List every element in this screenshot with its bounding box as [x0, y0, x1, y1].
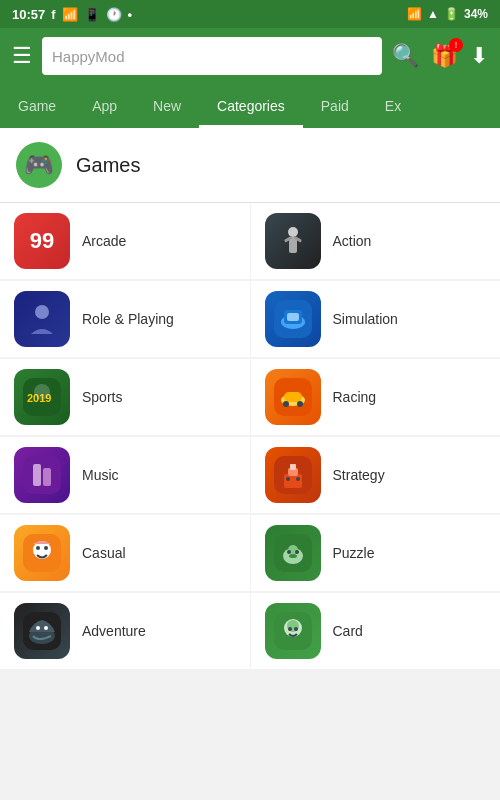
action-label: Action	[333, 233, 372, 249]
category-item-arcade[interactable]: 99 Arcade	[0, 203, 251, 279]
sports-icon: 2019	[14, 369, 70, 425]
gift-button[interactable]: 🎁 !	[431, 43, 458, 69]
clock-icon: 🕐	[106, 7, 122, 22]
category-row-1: 99 Arcade Action	[0, 203, 500, 279]
svg-rect-19	[43, 468, 51, 486]
svg-point-11	[34, 384, 50, 400]
svg-rect-18	[33, 464, 41, 486]
battery-percent: 34%	[464, 7, 488, 21]
menu-button[interactable]: ☰	[12, 43, 32, 69]
strategy-label: Strategy	[333, 467, 385, 483]
search-placeholder: HappyMod	[52, 48, 125, 65]
svg-point-44	[294, 627, 298, 631]
category-row-5: Casual Puzzle	[0, 515, 500, 591]
svg-point-28	[36, 546, 40, 550]
svg-point-15	[283, 401, 289, 407]
category-item-strategy[interactable]: Strategy	[251, 437, 501, 513]
tab-categories[interactable]: Categories	[199, 84, 303, 128]
signal-strength-icon: ▲	[427, 7, 439, 21]
casual-icon	[14, 525, 70, 581]
strategy-icon	[265, 447, 321, 503]
role-icon	[14, 291, 70, 347]
adventure-icon	[14, 603, 70, 659]
tab-paid[interactable]: Paid	[303, 84, 367, 128]
category-row-6: Adventure Card	[0, 593, 500, 669]
games-title: Games	[76, 154, 140, 177]
simulation-icon	[265, 291, 321, 347]
sim-icon: 📱	[84, 7, 100, 22]
action-icon	[265, 213, 321, 269]
role-label: Role & Playing	[82, 311, 174, 327]
sports-label: Sports	[82, 389, 122, 405]
facebook-icon: f	[51, 7, 55, 22]
card-icon	[265, 603, 321, 659]
category-item-card[interactable]: Card	[251, 593, 501, 669]
wifi-icon: 📶	[407, 7, 422, 21]
svg-point-35	[289, 554, 297, 558]
arcade-icon: 99	[14, 213, 70, 269]
status-left: 10:57 f 📶 📱 🕐 •	[12, 7, 132, 22]
category-item-puzzle[interactable]: Puzzle	[251, 515, 501, 591]
signal-icon: 📶	[62, 7, 78, 22]
category-item-racing[interactable]: Racing	[251, 359, 501, 435]
svg-point-33	[287, 550, 291, 554]
svg-point-0	[288, 227, 298, 237]
racing-icon	[265, 369, 321, 425]
category-list: 99 Arcade Action Role	[0, 203, 500, 669]
tab-game[interactable]: Game	[0, 84, 74, 128]
category-row-4: Music Strategy	[0, 437, 500, 513]
svg-point-25	[296, 477, 300, 481]
card-label: Card	[333, 623, 363, 639]
svg-point-29	[44, 546, 48, 550]
tab-bar: Game App New Categories Paid Ex	[0, 84, 500, 128]
svg-point-16	[297, 401, 303, 407]
category-item-role[interactable]: Role & Playing	[0, 281, 251, 357]
battery-icon: 🔋	[444, 7, 459, 21]
status-time: 10:57	[12, 7, 45, 22]
svg-rect-14	[284, 392, 302, 402]
status-right: 📶 ▲ 🔋 34%	[407, 7, 488, 21]
dot-icon: •	[128, 7, 133, 22]
svg-point-24	[286, 477, 290, 481]
svg-point-43	[288, 627, 292, 631]
status-bar: 10:57 f 📶 📱 🕐 • 📶 ▲ 🔋 34%	[0, 0, 500, 28]
tab-ex[interactable]: Ex	[367, 84, 419, 128]
svg-point-34	[295, 550, 299, 554]
svg-rect-23	[290, 464, 296, 470]
music-icon	[14, 447, 70, 503]
category-item-casual[interactable]: Casual	[0, 515, 251, 591]
download-button[interactable]: ⬇	[470, 43, 488, 69]
search-button[interactable]: 🔍	[392, 43, 419, 69]
puzzle-icon	[265, 525, 321, 581]
app-bar: ☰ HappyMod 🔍 🎁 ! ⬇	[0, 28, 500, 84]
category-item-adventure[interactable]: Adventure	[0, 593, 251, 669]
svg-rect-21	[284, 474, 302, 488]
category-row-3: 2019 Sports Racing	[0, 359, 500, 435]
casual-label: Casual	[82, 545, 126, 561]
svg-rect-17	[23, 456, 61, 494]
svg-point-4	[35, 305, 49, 319]
games-header: 🎮 Games	[0, 128, 500, 203]
search-box[interactable]: HappyMod	[42, 37, 382, 75]
tab-new[interactable]: New	[135, 84, 199, 128]
notification-badge: !	[449, 38, 463, 52]
svg-point-39	[44, 626, 48, 630]
arcade-label: Arcade	[82, 233, 126, 249]
music-label: Music	[82, 467, 119, 483]
puzzle-label: Puzzle	[333, 545, 375, 561]
adventure-label: Adventure	[82, 623, 146, 639]
svg-rect-8	[287, 313, 299, 321]
category-row-2: Role & Playing Simulation	[0, 281, 500, 357]
category-item-simulation[interactable]: Simulation	[251, 281, 501, 357]
app-bar-icons: 🔍 🎁 ! ⬇	[392, 43, 488, 69]
tab-app[interactable]: App	[74, 84, 135, 128]
category-item-music[interactable]: Music	[0, 437, 251, 513]
category-item-action[interactable]: Action	[251, 203, 501, 279]
simulation-label: Simulation	[333, 311, 398, 327]
svg-point-38	[36, 626, 40, 630]
racing-label: Racing	[333, 389, 377, 405]
games-icon: 🎮	[16, 142, 62, 188]
category-item-sports[interactable]: 2019 Sports	[0, 359, 251, 435]
